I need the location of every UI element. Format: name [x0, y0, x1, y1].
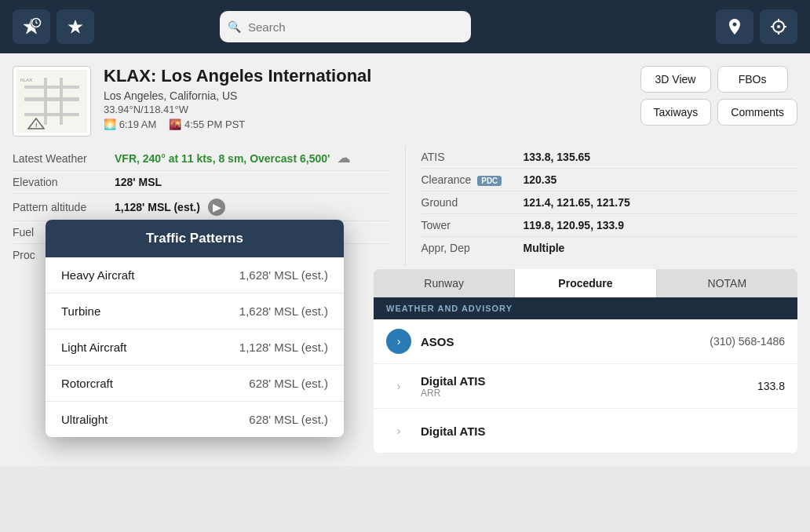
pdc-badge: PDC [477, 176, 502, 186]
asos-name: ASOS [421, 335, 710, 348]
svg-text:!: ! [35, 122, 38, 129]
search-bar: 🔍 [220, 11, 471, 42]
pattern-value: 1,128' MSL (est.) ▶ [115, 199, 225, 216]
weather-label: Latest Weather [13, 152, 115, 165]
traffic-row-ultralight: Ultralight 628' MSL (est.) [46, 402, 344, 437]
sunset-time: 🌇 4:55 PM PST [169, 118, 245, 130]
fbos-button[interactable]: FBOs [717, 66, 788, 93]
rotorcraft-alt: 628' MSL (est.) [249, 377, 328, 390]
svg-rect-15 [24, 113, 79, 116]
search-input[interactable] [220, 11, 471, 42]
ground-row: Ground 121.4, 121.65, 121.75 [421, 191, 798, 214]
right-panel: WEATHER AND ADVISORY › ASOS (310) 568-14… [374, 297, 797, 454]
airport-action-buttons: 3D View FBOs Taxiways Comments [640, 66, 797, 126]
digital-atis-chevron[interactable]: › [386, 418, 411, 443]
light-aircraft-label: Light Aircraft [61, 341, 126, 354]
ultralight-label: Ultralight [61, 413, 108, 426]
location-button[interactable] [716, 9, 753, 44]
tower-row: Tower 119.8, 120.95, 133.9 [421, 214, 798, 237]
svg-marker-5 [68, 20, 83, 34]
appr-dep-label: Appr, Dep [421, 242, 524, 254]
weather-row: Latest Weather VFR, 240° at 11 kts, 8 sm… [13, 146, 389, 171]
right-panel-content: WEATHER AND ADVISORY › ASOS (310) 568-14… [374, 297, 797, 454]
crosshair-button[interactable] [760, 9, 797, 44]
pattern-info-button[interactable]: ▶ [208, 199, 225, 216]
airport-times: 🌅 6:19 AM 🌇 4:55 PM PST [104, 118, 628, 130]
tab-notam[interactable]: NOTAM [657, 269, 797, 297]
digital-atis-info: Digital ATIS [421, 425, 785, 438]
airport-info: KLAX: Los Angeles International Los Ange… [104, 66, 628, 130]
ultralight-alt: 628' MSL (est.) [249, 413, 328, 426]
tab-procedure[interactable]: Procedure [515, 269, 656, 297]
elevation-row: Elevation 128' MSL [13, 171, 389, 194]
clearance-label: Clearance PDC [421, 173, 524, 186]
traffic-row-rotorcraft: Rotorcraft 628' MSL (est.) [46, 366, 344, 402]
digital-atis-arr-sub: ARR [421, 388, 757, 399]
airport-diagram: ! KLAX [13, 66, 91, 137]
clearance-row: Clearance PDC 120.35 [421, 169, 798, 191]
svg-text:KLAX: KLAX [20, 78, 32, 82]
asos-chevron[interactable]: › [386, 329, 411, 354]
ground-value: 121.4, 121.65, 121.75 [524, 196, 630, 209]
digital-atis-arr-name: Digital ATIS [421, 374, 757, 388]
weather-value: VFR, 240° at 11 kts, 8 sm, Overcast 6,50… [115, 151, 350, 166]
tab-runway[interactable]: Runway [374, 269, 515, 297]
traffic-patterns-popup: Traffic Patterns Heavy Aircraft 1,628' M… [46, 220, 344, 437]
appr-dep-row: Appr, Dep Multiple [421, 237, 798, 259]
pattern-label: Pattern altitude [13, 201, 115, 213]
comments-button[interactable]: Comments [717, 99, 797, 126]
top-navigation: 🔍 [0, 0, 810, 53]
digital-atis-arr-chevron[interactable]: › [386, 373, 411, 399]
recents-button[interactable] [13, 9, 50, 44]
digital-atis-arr-value: 133.8 [757, 380, 785, 392]
cloud-icon: ☁ [338, 151, 350, 166]
svg-rect-14 [24, 86, 79, 89]
taxiways-button[interactable]: Taxiways [640, 99, 712, 126]
airport-header: ! KLAX KLAX: Los Angeles International L… [13, 66, 797, 137]
traffic-row-light: Light Aircraft 1,128' MSL (est.) [46, 330, 344, 366]
elevation-value: 128' MSL [115, 176, 162, 188]
light-aircraft-alt: 1,128' MSL (est.) [239, 341, 328, 354]
digital-atis-name: Digital ATIS [421, 425, 785, 438]
atis-value: 133.8, 135.65 [524, 151, 591, 163]
weather-section-header: WEATHER AND ADVISORY [374, 297, 797, 319]
atis-label: ATIS [421, 151, 524, 163]
turbine-label: Turbine [61, 304, 100, 318]
asos-phone: (310) 568-1486 [710, 335, 785, 348]
asos-info: ASOS [421, 335, 710, 348]
rotorcraft-label: Rotorcraft [61, 377, 113, 390]
tower-label: Tower [421, 219, 524, 231]
svg-rect-13 [24, 97, 79, 101]
ground-label: Ground [421, 196, 524, 209]
airport-title: KLAX: Los Angeles International [104, 66, 628, 86]
atis-row: ATIS 133.8, 135.65 [421, 146, 798, 169]
tower-value: 119.8, 120.95, 133.9 [524, 219, 624, 231]
favorites-button[interactable] [57, 9, 94, 44]
heavy-aircraft-alt: 1,628' MSL (est.) [239, 268, 328, 282]
appr-dep-value: Multiple [524, 242, 565, 254]
turbine-alt: 1,628' MSL (est.) [239, 304, 328, 318]
3d-view-button[interactable]: 3D View [640, 66, 711, 93]
svg-point-7 [777, 25, 780, 28]
sunset-icon: 🌇 [169, 118, 181, 130]
traffic-popup-title: Traffic Patterns [46, 220, 344, 257]
sunrise-time: 🌅 6:19 AM [104, 118, 156, 130]
traffic-row-heavy: Heavy Aircraft 1,628' MSL (est.) [46, 257, 344, 293]
svg-rect-16 [44, 78, 47, 125]
sunrise-icon: 🌅 [104, 118, 116, 130]
digital-atis-arr-info: Digital ATIS ARR [421, 374, 757, 399]
asos-item: › ASOS (310) 568-1486 [374, 319, 797, 364]
airport-coords: 33.94°N/118.41°W [104, 104, 628, 115]
nav-right-buttons [716, 9, 797, 44]
pattern-row: Pattern altitude 1,128' MSL (est.) ▶ [13, 194, 389, 221]
svg-rect-17 [60, 78, 63, 125]
info-right-column: ATIS 133.8, 135.65 Clearance PDC 120.35 … [405, 146, 798, 266]
tab-bar: Runway Procedure NOTAM [374, 269, 797, 297]
heavy-aircraft-label: Heavy Aircraft [61, 268, 134, 282]
digital-atis-item: › Digital ATIS [374, 409, 797, 454]
airport-location: Los Angeles, California, US [104, 89, 628, 102]
digital-atis-arr-item: › Digital ATIS ARR 133.8 [374, 364, 797, 409]
right-content: Runway Procedure NOTAM WEATHER AND ADVIS… [374, 269, 797, 454]
clearance-value: 120.35 [524, 173, 557, 186]
search-icon: 🔍 [228, 20, 241, 33]
